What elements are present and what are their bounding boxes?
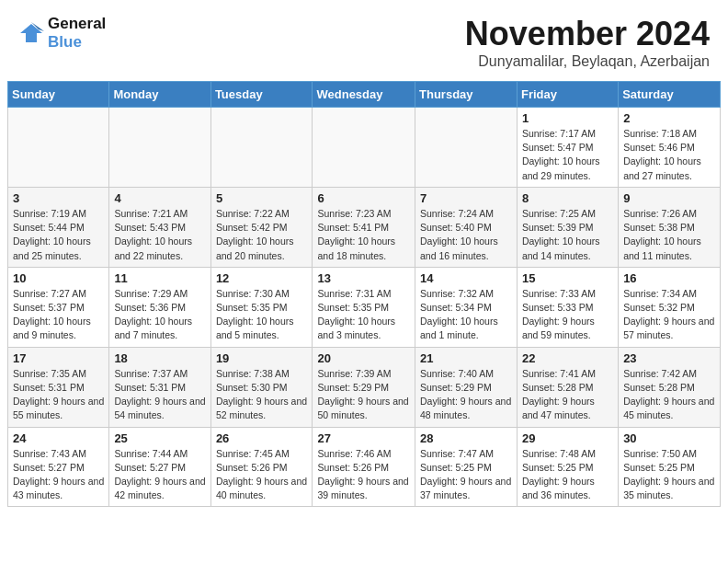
day-detail: Sunrise: 7:41 AM Sunset: 5:28 PM Dayligh… [522, 367, 613, 423]
day-number: 30 [623, 431, 715, 445]
day-detail: Sunrise: 7:22 AM Sunset: 5:42 PM Dayligh… [216, 207, 308, 263]
calendar-cell: 13Sunrise: 7:31 AM Sunset: 5:35 PM Dayli… [313, 267, 415, 347]
calendar-week-row: 24Sunrise: 7:43 AM Sunset: 5:27 PM Dayli… [8, 427, 721, 507]
day-detail: Sunrise: 7:45 AM Sunset: 5:26 PM Dayligh… [216, 447, 308, 503]
day-detail: Sunrise: 7:42 AM Sunset: 5:28 PM Dayligh… [623, 367, 715, 423]
calendar-container: SundayMondayTuesdayWednesdayThursdayFrid… [0, 81, 728, 514]
calendar-cell: 12Sunrise: 7:30 AM Sunset: 5:35 PM Dayli… [210, 267, 313, 347]
day-detail: Sunrise: 7:29 AM Sunset: 5:36 PM Dayligh… [114, 287, 205, 343]
calendar-week-row: 1Sunrise: 7:17 AM Sunset: 5:47 PM Daylig… [8, 108, 721, 188]
calendar-cell: 22Sunrise: 7:41 AM Sunset: 5:28 PM Dayli… [517, 347, 618, 427]
day-detail: Sunrise: 7:19 AM Sunset: 5:44 PM Dayligh… [13, 207, 104, 263]
calendar-cell [415, 108, 518, 188]
calendar-cell: 27Sunrise: 7:46 AM Sunset: 5:26 PM Dayli… [313, 427, 415, 507]
day-number: 28 [420, 431, 512, 445]
day-detail: Sunrise: 7:43 AM Sunset: 5:27 PM Dayligh… [13, 447, 104, 503]
calendar-cell: 11Sunrise: 7:29 AM Sunset: 5:36 PM Dayli… [109, 267, 210, 347]
day-detail: Sunrise: 7:25 AM Sunset: 5:39 PM Dayligh… [522, 207, 613, 263]
calendar-cell: 17Sunrise: 7:35 AM Sunset: 5:31 PM Dayli… [8, 347, 109, 427]
day-number: 29 [522, 431, 613, 445]
day-number: 4 [114, 191, 205, 205]
day-number: 26 [216, 431, 308, 445]
day-detail: Sunrise: 7:30 AM Sunset: 5:35 PM Dayligh… [216, 287, 308, 343]
day-number: 9 [623, 191, 715, 205]
calendar-week-row: 10Sunrise: 7:27 AM Sunset: 5:37 PM Dayli… [8, 267, 721, 347]
day-detail: Sunrise: 7:50 AM Sunset: 5:25 PM Dayligh… [623, 447, 715, 503]
day-number: 7 [420, 191, 512, 205]
day-number: 14 [420, 271, 512, 285]
day-detail: Sunrise: 7:24 AM Sunset: 5:40 PM Dayligh… [420, 207, 512, 263]
day-detail: Sunrise: 7:33 AM Sunset: 5:33 PM Dayligh… [522, 287, 613, 343]
day-detail: Sunrise: 7:32 AM Sunset: 5:34 PM Dayligh… [420, 287, 512, 343]
calendar-cell: 7Sunrise: 7:24 AM Sunset: 5:40 PM Daylig… [415, 187, 518, 267]
day-number: 22 [522, 351, 613, 365]
svg-marker-0 [20, 24, 42, 42]
weekday-header: Tuesday [210, 82, 313, 108]
day-number: 3 [13, 191, 104, 205]
logo-icon [18, 20, 44, 46]
day-detail: Sunrise: 7:31 AM Sunset: 5:35 PM Dayligh… [317, 287, 410, 343]
weekday-header: Wednesday [313, 82, 415, 108]
day-detail: Sunrise: 7:17 AM Sunset: 5:47 PM Dayligh… [522, 127, 613, 183]
calendar-cell: 3Sunrise: 7:19 AM Sunset: 5:44 PM Daylig… [8, 187, 109, 267]
day-number: 5 [216, 191, 308, 205]
weekday-header: Thursday [415, 82, 518, 108]
day-detail: Sunrise: 7:18 AM Sunset: 5:46 PM Dayligh… [623, 127, 715, 183]
day-detail: Sunrise: 7:39 AM Sunset: 5:29 PM Dayligh… [317, 367, 410, 423]
day-detail: Sunrise: 7:27 AM Sunset: 5:37 PM Dayligh… [13, 287, 104, 343]
calendar-cell: 26Sunrise: 7:45 AM Sunset: 5:26 PM Dayli… [210, 427, 313, 507]
logo: General Blue [18, 15, 106, 52]
day-number: 24 [13, 431, 104, 445]
calendar-cell: 23Sunrise: 7:42 AM Sunset: 5:28 PM Dayli… [619, 347, 721, 427]
calendar-cell: 2Sunrise: 7:18 AM Sunset: 5:46 PM Daylig… [619, 108, 721, 188]
calendar-cell: 5Sunrise: 7:22 AM Sunset: 5:42 PM Daylig… [210, 187, 313, 267]
day-detail: Sunrise: 7:35 AM Sunset: 5:31 PM Dayligh… [13, 367, 104, 423]
day-number: 1 [522, 111, 613, 125]
day-detail: Sunrise: 7:40 AM Sunset: 5:29 PM Dayligh… [420, 367, 512, 423]
day-number: 17 [13, 351, 104, 365]
day-number: 18 [114, 351, 205, 365]
day-number: 12 [216, 271, 308, 285]
weekday-header: Sunday [8, 82, 109, 108]
month-title: November 2024 [465, 15, 710, 53]
calendar-cell [109, 108, 210, 188]
day-number: 2 [623, 111, 715, 125]
calendar-cell [313, 108, 415, 188]
calendar-cell: 25Sunrise: 7:44 AM Sunset: 5:27 PM Dayli… [109, 427, 210, 507]
day-number: 27 [317, 431, 410, 445]
calendar-cell: 10Sunrise: 7:27 AM Sunset: 5:37 PM Dayli… [8, 267, 109, 347]
calendar-cell: 18Sunrise: 7:37 AM Sunset: 5:31 PM Dayli… [109, 347, 210, 427]
calendar-cell [8, 108, 109, 188]
calendar-week-row: 17Sunrise: 7:35 AM Sunset: 5:31 PM Dayli… [8, 347, 721, 427]
logo-text: General Blue [48, 15, 106, 52]
day-detail: Sunrise: 7:34 AM Sunset: 5:32 PM Dayligh… [623, 287, 715, 343]
day-detail: Sunrise: 7:26 AM Sunset: 5:38 PM Dayligh… [623, 207, 715, 263]
day-number: 20 [317, 351, 410, 365]
page-header: General Blue November 2024 Dunyamalilar,… [0, 0, 728, 74]
calendar-table: SundayMondayTuesdayWednesdayThursdayFrid… [7, 81, 721, 507]
day-number: 10 [13, 271, 104, 285]
calendar-cell: 20Sunrise: 7:39 AM Sunset: 5:29 PM Dayli… [313, 347, 415, 427]
day-detail: Sunrise: 7:47 AM Sunset: 5:25 PM Dayligh… [420, 447, 512, 503]
day-detail: Sunrise: 7:37 AM Sunset: 5:31 PM Dayligh… [114, 367, 205, 423]
day-detail: Sunrise: 7:21 AM Sunset: 5:43 PM Dayligh… [114, 207, 205, 263]
calendar-cell: 1Sunrise: 7:17 AM Sunset: 5:47 PM Daylig… [517, 108, 618, 188]
calendar-cell: 15Sunrise: 7:33 AM Sunset: 5:33 PM Dayli… [517, 267, 618, 347]
location: Dunyamalilar, Beylaqan, Azerbaijan [465, 53, 710, 70]
day-detail: Sunrise: 7:23 AM Sunset: 5:41 PM Dayligh… [317, 207, 410, 263]
day-detail: Sunrise: 7:38 AM Sunset: 5:30 PM Dayligh… [216, 367, 308, 423]
day-detail: Sunrise: 7:44 AM Sunset: 5:27 PM Dayligh… [114, 447, 205, 503]
day-number: 16 [623, 271, 715, 285]
calendar-cell: 6Sunrise: 7:23 AM Sunset: 5:41 PM Daylig… [313, 187, 415, 267]
title-section: November 2024 Dunyamalilar, Beylaqan, Az… [465, 15, 710, 70]
calendar-cell: 29Sunrise: 7:48 AM Sunset: 5:25 PM Dayli… [517, 427, 618, 507]
calendar-cell: 30Sunrise: 7:50 AM Sunset: 5:25 PM Dayli… [619, 427, 721, 507]
day-number: 23 [623, 351, 715, 365]
calendar-cell: 9Sunrise: 7:26 AM Sunset: 5:38 PM Daylig… [619, 187, 721, 267]
day-number: 19 [216, 351, 308, 365]
day-number: 6 [317, 191, 410, 205]
day-number: 11 [114, 271, 205, 285]
day-detail: Sunrise: 7:48 AM Sunset: 5:25 PM Dayligh… [522, 447, 613, 503]
calendar-cell: 19Sunrise: 7:38 AM Sunset: 5:30 PM Dayli… [210, 347, 313, 427]
day-number: 15 [522, 271, 613, 285]
